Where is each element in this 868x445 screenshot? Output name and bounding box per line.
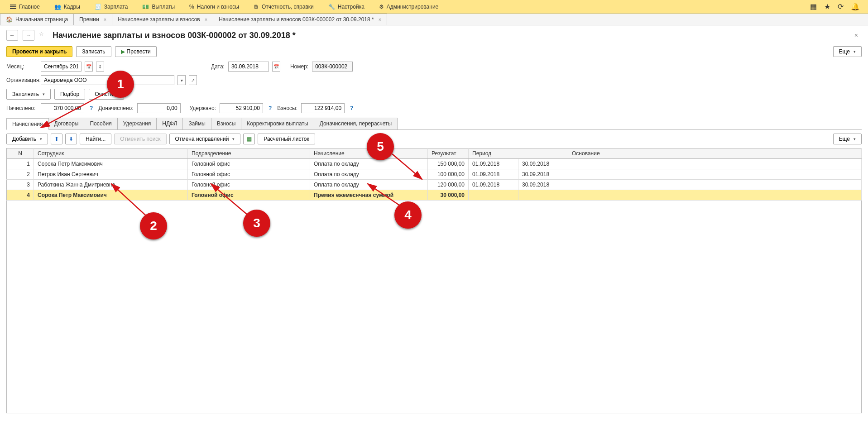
help-icon[interactable]: ? — [348, 105, 355, 111]
cell-res: 30 000,00 — [428, 190, 469, 201]
tab-label: Начисление зарплаты и взносов — [118, 16, 200, 23]
menu-item-main[interactable]: Главное — [3, 0, 47, 13]
inner-tabs: Начисления Договоры Пособия Удержания НД… — [6, 118, 862, 130]
annotation-2: 2 — [140, 212, 167, 239]
help-icon[interactable]: ? — [88, 105, 95, 111]
menu-item-admin[interactable]: ⚙ Администрирование — [372, 0, 446, 13]
grid-more-button[interactable]: Еще ▾ — [833, 134, 862, 144]
accruals-grid: N Сотрудник Подразделение Начисление Рез… — [6, 148, 862, 201]
menu-item-settings[interactable]: 🔧 Настройка — [321, 0, 372, 13]
tab-accruals[interactable]: Начисления — [6, 118, 49, 130]
post-button[interactable]: ▶ Провести — [115, 46, 157, 57]
close-icon[interactable]: × — [377, 17, 381, 22]
cell-per1 — [469, 190, 518, 201]
cell-per2: 30.09.2018 — [518, 169, 568, 180]
calendar-icon[interactable]: 📅 — [272, 62, 280, 72]
tab-contracts[interactable]: Договоры — [48, 118, 85, 129]
table-row[interactable]: 1Сорока Петр МаксимовичГоловной офисОпла… — [7, 159, 862, 169]
menu-item-payments[interactable]: 💵 Выплаты — [135, 0, 182, 13]
month-label: Месяц: — [6, 63, 37, 70]
cancel-find-button: Отменить поиск — [114, 134, 166, 144]
tab-label: Начальная страница — [15, 16, 68, 23]
addl-accrued-label: Доначислено: — [98, 105, 133, 111]
history-icon[interactable]: ⟳ — [838, 2, 844, 11]
col-emp-header[interactable]: Сотрудник — [34, 148, 188, 159]
form-row-actions: Заполнить ▾ Подбор Очистить — [6, 87, 862, 101]
tab-payroll-list[interactable]: Начисление зарплаты и взносов × — [112, 14, 213, 25]
tab-pay-corr[interactable]: Корректировки выплаты — [241, 118, 314, 129]
nav-forward-button[interactable]: → — [23, 30, 34, 41]
chevron-down-icon: ▾ — [230, 137, 235, 141]
form-row-totals: Начислено: ? Доначислено: Удержано: ? Вз… — [6, 101, 862, 115]
tab-bonuses[interactable]: Премии × — [74, 14, 112, 25]
annotation-5: 5 — [367, 133, 394, 160]
find-button[interactable]: Найти... — [80, 134, 111, 144]
cell-per2 — [518, 190, 568, 201]
tab-home[interactable]: 🏠 Начальная страница — [0, 14, 74, 25]
cell-dep: Головной офис — [188, 159, 310, 169]
date-field[interactable] — [228, 62, 269, 72]
menu-item-reports[interactable]: 🗎 Отчетность, справки — [246, 0, 321, 13]
star-icon[interactable]: ★ — [824, 2, 830, 11]
menu-label: Отчетность, справки — [262, 4, 314, 10]
nav-back-button[interactable]: ← — [6, 30, 18, 41]
spinner-icon[interactable]: ⇕ — [96, 62, 104, 72]
apps-icon[interactable]: ▦ — [810, 2, 817, 11]
tab-payroll-doc[interactable]: Начисление зарплаты и взносов 003К-00000… — [213, 14, 387, 25]
dropdown-icon[interactable]: ▾ — [177, 75, 186, 85]
cell-emp: Сорока Петр Максимович — [34, 190, 188, 201]
form-row-org: Организация: ▾ ↗ — [6, 73, 862, 87]
tab-ndfl[interactable]: НДФЛ — [156, 118, 183, 129]
cell-res: 100 000,00 — [428, 169, 469, 180]
col-n-header[interactable]: N — [7, 148, 34, 159]
more-button[interactable]: Еще ▾ — [833, 46, 862, 57]
table-row[interactable]: 3Работкина Жанна ДмитриевнаГоловной офис… — [7, 180, 862, 190]
cell-per1: 01.09.2018 — [469, 180, 518, 190]
grid-settings-button[interactable]: ▦ — [243, 134, 255, 144]
favorite-star-icon[interactable]: ☆ — [39, 31, 48, 40]
post-label: Провести — [127, 48, 151, 55]
tab-benefits[interactable]: Пособия — [84, 118, 117, 129]
move-up-button[interactable]: ⬆ — [51, 134, 62, 144]
calendar-icon[interactable]: 📅 — [85, 62, 93, 72]
cell-per2: 30.09.2018 — [518, 180, 568, 190]
payslip-button[interactable]: Расчетный листок — [258, 134, 315, 144]
main-toolbar: Провести и закрыть Записать ▶ Провести Е… — [6, 43, 862, 60]
cell-per1: 01.09.2018 — [469, 169, 518, 180]
menu-item-taxes[interactable]: % Налоги и взносы — [182, 0, 246, 13]
tab-recalc[interactable]: Доначисления, перерасчеты — [314, 118, 398, 129]
move-down-button[interactable]: ⬇ — [65, 134, 77, 144]
title-bar: ← → ☆ Начисление зарплаты и взносов 003К… — [0, 25, 868, 43]
post-and-close-button[interactable]: Провести и закрыть — [6, 46, 72, 57]
fill-button[interactable]: Заполнить ▾ — [6, 89, 51, 100]
col-res-header[interactable]: Результат — [428, 148, 469, 159]
cancel-fix-button[interactable]: Отмена исправлений ▾ — [169, 134, 241, 144]
grid-empty-area — [6, 201, 862, 413]
bell-icon[interactable]: 🔔 — [851, 2, 860, 11]
tab-deductions[interactable]: Удержания — [117, 118, 157, 129]
table-row[interactable]: 2Петров Иван СергеевичГоловной офисОплат… — [7, 169, 862, 180]
help-icon[interactable]: ? — [267, 105, 273, 111]
cell-n: 1 — [7, 159, 34, 169]
open-icon[interactable]: ↗ — [189, 75, 197, 85]
menu-label: Кадры — [64, 4, 80, 10]
month-field[interactable] — [41, 62, 82, 72]
withheld-label: Удержано: — [190, 105, 216, 111]
close-page-button[interactable]: × — [854, 32, 862, 39]
add-row-button[interactable]: Добавить ▾ — [6, 134, 48, 144]
tab-loans[interactable]: Займы — [182, 118, 211, 129]
menu-item-salary[interactable]: 🧾 Зарплата — [87, 0, 135, 13]
cell-acc: Оплата по окладу — [310, 159, 428, 169]
menu-item-hr[interactable]: 👥 Кадры — [47, 0, 87, 13]
tab-contribs[interactable]: Взносы — [211, 118, 241, 129]
gear-icon: ⚙ — [379, 4, 384, 10]
close-icon[interactable]: × — [203, 17, 207, 22]
col-per-header[interactable]: Период — [469, 148, 568, 159]
people-icon: 👥 — [54, 4, 61, 10]
col-dep-header[interactable]: Подразделение — [188, 148, 310, 159]
col-base-header[interactable]: Основание — [568, 148, 862, 159]
close-icon[interactable]: × — [102, 17, 106, 22]
save-button[interactable]: Записать — [76, 46, 111, 57]
select-button[interactable]: Подбор — [54, 89, 85, 100]
table-row[interactable]: 4Сорока Петр МаксимовичГоловной офисПрем… — [7, 190, 862, 201]
